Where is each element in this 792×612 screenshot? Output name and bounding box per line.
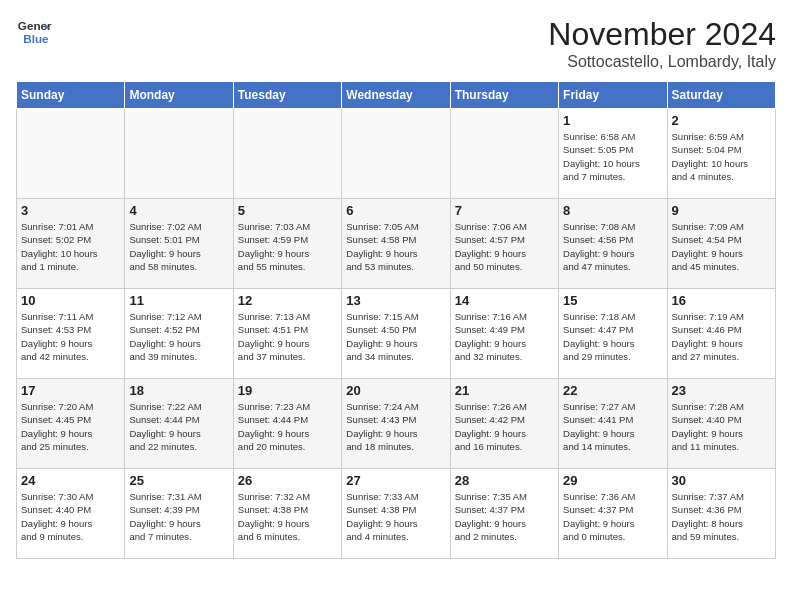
day-number: 5: [238, 203, 337, 218]
day-number: 20: [346, 383, 445, 398]
calendar-cell: 25Sunrise: 7:31 AM Sunset: 4:39 PM Dayli…: [125, 469, 233, 559]
calendar-cell: [450, 109, 558, 199]
week-row-4: 24Sunrise: 7:30 AM Sunset: 4:40 PM Dayli…: [17, 469, 776, 559]
day-info: Sunrise: 7:03 AM Sunset: 4:59 PM Dayligh…: [238, 220, 337, 273]
week-row-0: 1Sunrise: 6:58 AM Sunset: 5:05 PM Daylig…: [17, 109, 776, 199]
day-info: Sunrise: 7:08 AM Sunset: 4:56 PM Dayligh…: [563, 220, 662, 273]
col-header-friday: Friday: [559, 82, 667, 109]
day-number: 3: [21, 203, 120, 218]
day-number: 15: [563, 293, 662, 308]
day-info: Sunrise: 7:28 AM Sunset: 4:40 PM Dayligh…: [672, 400, 771, 453]
col-header-sunday: Sunday: [17, 82, 125, 109]
calendar-cell: 23Sunrise: 7:28 AM Sunset: 4:40 PM Dayli…: [667, 379, 775, 469]
day-info: Sunrise: 7:24 AM Sunset: 4:43 PM Dayligh…: [346, 400, 445, 453]
day-number: 19: [238, 383, 337, 398]
calendar-cell: 19Sunrise: 7:23 AM Sunset: 4:44 PM Dayli…: [233, 379, 341, 469]
col-header-wednesday: Wednesday: [342, 82, 450, 109]
day-info: Sunrise: 7:30 AM Sunset: 4:40 PM Dayligh…: [21, 490, 120, 543]
svg-text:Blue: Blue: [23, 32, 49, 45]
calendar-cell: 11Sunrise: 7:12 AM Sunset: 4:52 PM Dayli…: [125, 289, 233, 379]
col-header-monday: Monday: [125, 82, 233, 109]
day-info: Sunrise: 7:06 AM Sunset: 4:57 PM Dayligh…: [455, 220, 554, 273]
calendar-cell: [342, 109, 450, 199]
day-info: Sunrise: 7:05 AM Sunset: 4:58 PM Dayligh…: [346, 220, 445, 273]
calendar-cell: 21Sunrise: 7:26 AM Sunset: 4:42 PM Dayli…: [450, 379, 558, 469]
day-number: 7: [455, 203, 554, 218]
day-info: Sunrise: 6:59 AM Sunset: 5:04 PM Dayligh…: [672, 130, 771, 183]
day-info: Sunrise: 7:33 AM Sunset: 4:38 PM Dayligh…: [346, 490, 445, 543]
day-info: Sunrise: 7:12 AM Sunset: 4:52 PM Dayligh…: [129, 310, 228, 363]
day-info: Sunrise: 7:35 AM Sunset: 4:37 PM Dayligh…: [455, 490, 554, 543]
day-info: Sunrise: 7:01 AM Sunset: 5:02 PM Dayligh…: [21, 220, 120, 273]
calendar-cell: 6Sunrise: 7:05 AM Sunset: 4:58 PM Daylig…: [342, 199, 450, 289]
day-number: 26: [238, 473, 337, 488]
day-info: Sunrise: 7:27 AM Sunset: 4:41 PM Dayligh…: [563, 400, 662, 453]
col-header-thursday: Thursday: [450, 82, 558, 109]
day-info: Sunrise: 7:02 AM Sunset: 5:01 PM Dayligh…: [129, 220, 228, 273]
day-info: Sunrise: 7:13 AM Sunset: 4:51 PM Dayligh…: [238, 310, 337, 363]
day-info: Sunrise: 7:11 AM Sunset: 4:53 PM Dayligh…: [21, 310, 120, 363]
day-number: 23: [672, 383, 771, 398]
day-number: 11: [129, 293, 228, 308]
calendar-cell: 28Sunrise: 7:35 AM Sunset: 4:37 PM Dayli…: [450, 469, 558, 559]
day-number: 30: [672, 473, 771, 488]
calendar-cell: 12Sunrise: 7:13 AM Sunset: 4:51 PM Dayli…: [233, 289, 341, 379]
header-row: SundayMondayTuesdayWednesdayThursdayFrid…: [17, 82, 776, 109]
logo-icon: General Blue: [16, 16, 52, 52]
day-number: 2: [672, 113, 771, 128]
day-info: Sunrise: 7:37 AM Sunset: 4:36 PM Dayligh…: [672, 490, 771, 543]
day-number: 18: [129, 383, 228, 398]
day-info: Sunrise: 6:58 AM Sunset: 5:05 PM Dayligh…: [563, 130, 662, 183]
calendar-cell: 17Sunrise: 7:20 AM Sunset: 4:45 PM Dayli…: [17, 379, 125, 469]
calendar-cell: 3Sunrise: 7:01 AM Sunset: 5:02 PM Daylig…: [17, 199, 125, 289]
day-number: 24: [21, 473, 120, 488]
day-info: Sunrise: 7:23 AM Sunset: 4:44 PM Dayligh…: [238, 400, 337, 453]
day-number: 22: [563, 383, 662, 398]
day-info: Sunrise: 7:19 AM Sunset: 4:46 PM Dayligh…: [672, 310, 771, 363]
day-number: 29: [563, 473, 662, 488]
day-number: 1: [563, 113, 662, 128]
calendar-cell: [233, 109, 341, 199]
day-info: Sunrise: 7:18 AM Sunset: 4:47 PM Dayligh…: [563, 310, 662, 363]
calendar-cell: 26Sunrise: 7:32 AM Sunset: 4:38 PM Dayli…: [233, 469, 341, 559]
calendar-cell: 1Sunrise: 6:58 AM Sunset: 5:05 PM Daylig…: [559, 109, 667, 199]
calendar-cell: 4Sunrise: 7:02 AM Sunset: 5:01 PM Daylig…: [125, 199, 233, 289]
day-number: 27: [346, 473, 445, 488]
day-info: Sunrise: 7:26 AM Sunset: 4:42 PM Dayligh…: [455, 400, 554, 453]
calendar-cell: 15Sunrise: 7:18 AM Sunset: 4:47 PM Dayli…: [559, 289, 667, 379]
calendar-cell: 16Sunrise: 7:19 AM Sunset: 4:46 PM Dayli…: [667, 289, 775, 379]
day-number: 21: [455, 383, 554, 398]
day-info: Sunrise: 7:15 AM Sunset: 4:50 PM Dayligh…: [346, 310, 445, 363]
day-number: 16: [672, 293, 771, 308]
calendar-table: SundayMondayTuesdayWednesdayThursdayFrid…: [16, 81, 776, 559]
header: General Blue November 2024 Sottocastello…: [16, 16, 776, 71]
calendar-cell: 24Sunrise: 7:30 AM Sunset: 4:40 PM Dayli…: [17, 469, 125, 559]
calendar-cell: 22Sunrise: 7:27 AM Sunset: 4:41 PM Dayli…: [559, 379, 667, 469]
calendar-cell: 27Sunrise: 7:33 AM Sunset: 4:38 PM Dayli…: [342, 469, 450, 559]
day-info: Sunrise: 7:20 AM Sunset: 4:45 PM Dayligh…: [21, 400, 120, 453]
week-row-3: 17Sunrise: 7:20 AM Sunset: 4:45 PM Dayli…: [17, 379, 776, 469]
week-row-2: 10Sunrise: 7:11 AM Sunset: 4:53 PM Dayli…: [17, 289, 776, 379]
day-info: Sunrise: 7:16 AM Sunset: 4:49 PM Dayligh…: [455, 310, 554, 363]
day-number: 28: [455, 473, 554, 488]
month-title: November 2024: [548, 16, 776, 53]
calendar-cell: 7Sunrise: 7:06 AM Sunset: 4:57 PM Daylig…: [450, 199, 558, 289]
calendar-cell: 20Sunrise: 7:24 AM Sunset: 4:43 PM Dayli…: [342, 379, 450, 469]
calendar-cell: [17, 109, 125, 199]
day-number: 4: [129, 203, 228, 218]
calendar-cell: 10Sunrise: 7:11 AM Sunset: 4:53 PM Dayli…: [17, 289, 125, 379]
day-number: 25: [129, 473, 228, 488]
calendar-cell: 2Sunrise: 6:59 AM Sunset: 5:04 PM Daylig…: [667, 109, 775, 199]
calendar-cell: [125, 109, 233, 199]
logo: General Blue: [16, 16, 52, 52]
location-title: Sottocastello, Lombardy, Italy: [548, 53, 776, 71]
day-number: 13: [346, 293, 445, 308]
title-area: November 2024 Sottocastello, Lombardy, I…: [548, 16, 776, 71]
col-header-saturday: Saturday: [667, 82, 775, 109]
day-number: 9: [672, 203, 771, 218]
day-number: 17: [21, 383, 120, 398]
week-row-1: 3Sunrise: 7:01 AM Sunset: 5:02 PM Daylig…: [17, 199, 776, 289]
day-number: 12: [238, 293, 337, 308]
day-number: 8: [563, 203, 662, 218]
calendar-cell: 13Sunrise: 7:15 AM Sunset: 4:50 PM Dayli…: [342, 289, 450, 379]
